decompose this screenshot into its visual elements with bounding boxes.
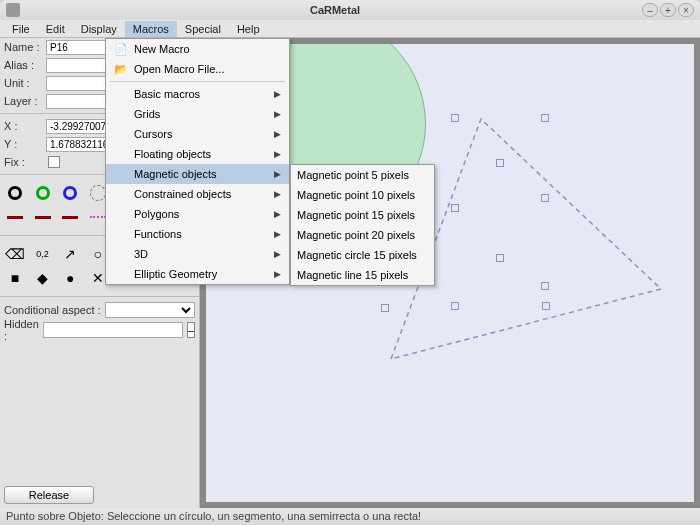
handle[interactable]: [451, 302, 459, 310]
macros-menu: 📄New Macro 📂Open Macro File... Basic mac…: [105, 38, 290, 285]
menu-floating-objects[interactable]: Floating objects▶: [106, 144, 289, 164]
conditional-label: Conditional aspect :: [4, 304, 101, 316]
window-buttons: – + ×: [642, 3, 694, 17]
square-icon[interactable]: ■: [4, 267, 26, 289]
submenu-arrow-icon: ▶: [250, 169, 281, 179]
menu-special[interactable]: Special: [177, 21, 229, 37]
new-macro-icon: 📄: [112, 43, 130, 56]
menu-file[interactable]: File: [4, 21, 38, 37]
titlebar: CaRMetal – + ×: [0, 0, 700, 20]
submenu-arrow-icon: ▶: [250, 269, 281, 279]
circle-black-icon[interactable]: [4, 182, 26, 204]
menu-grids[interactable]: Grids▶: [106, 104, 289, 124]
handle[interactable]: [381, 304, 389, 312]
handle[interactable]: [496, 254, 504, 262]
menu-cursors[interactable]: Cursors▶: [106, 124, 289, 144]
circle-blue-icon[interactable]: [59, 182, 81, 204]
submenu-magnetic-circle-15[interactable]: Magnetic circle 15 pixels: [291, 245, 434, 265]
line-solid-icon[interactable]: [4, 206, 26, 228]
submenu-arrow-icon: ▶: [250, 89, 281, 99]
submenu-magnetic-line-15[interactable]: Magnetic line 15 pixels: [291, 265, 434, 285]
dot-icon[interactable]: ●: [59, 267, 81, 289]
precision-icon[interactable]: 0,2: [32, 243, 54, 265]
handle[interactable]: [541, 194, 549, 202]
handle[interactable]: [541, 114, 549, 122]
menu-functions[interactable]: Functions▶: [106, 224, 289, 244]
handle[interactable]: [496, 159, 504, 167]
menu-new-macro[interactable]: 📄New Macro: [106, 39, 289, 59]
open-macro-icon: 📂: [112, 63, 130, 76]
alias-label: Alias :: [4, 59, 46, 71]
handle[interactable]: [542, 302, 550, 310]
menu-help[interactable]: Help: [229, 21, 268, 37]
submenu-arrow-icon: ▶: [250, 189, 281, 199]
submenu-arrow-icon: ▶: [250, 129, 281, 139]
submenu-arrow-icon: ▶: [250, 149, 281, 159]
hidden-input[interactable]: [43, 322, 183, 338]
submenu-arrow-icon: ▶: [250, 229, 281, 239]
eraser-icon[interactable]: ⌫: [4, 243, 26, 265]
line-green-icon[interactable]: [32, 206, 54, 228]
menu-3d[interactable]: 3D▶: [106, 244, 289, 264]
menu-macros[interactable]: Macros: [125, 21, 177, 37]
diamond-icon[interactable]: ◆: [32, 267, 54, 289]
menu-elliptic-geometry[interactable]: Elliptic Geometry▶: [106, 264, 289, 284]
name-label: Name :: [4, 41, 46, 53]
submenu-magnetic-point-15[interactable]: Magnetic point 15 pixels: [291, 205, 434, 225]
submenu-arrow-icon: ▶: [250, 209, 281, 219]
submenu-magnetic-point-20[interactable]: Magnetic point 20 pixels: [291, 225, 434, 245]
submenu-arrow-icon: ▶: [250, 249, 281, 259]
handle[interactable]: [541, 282, 549, 290]
fix-checkbox[interactable]: [48, 156, 60, 168]
handle[interactable]: [451, 204, 459, 212]
menu-polygons[interactable]: Polygons▶: [106, 204, 289, 224]
statusbar: Punto sobre Objeto: Seleccione un círcul…: [0, 508, 700, 525]
arrow-icon[interactable]: ↗: [59, 243, 81, 265]
maximize-button[interactable]: +: [660, 3, 676, 17]
hidden-label: Hidden :: [4, 318, 39, 342]
layer-label: Layer :: [4, 95, 46, 107]
menu-display[interactable]: Display: [73, 21, 125, 37]
app-title: CaRMetal: [28, 4, 642, 16]
submenu-magnetic-point-5[interactable]: Magnetic point 5 pixels: [291, 165, 434, 185]
status-text: Punto sobre Objeto: Seleccione un círcul…: [6, 510, 421, 522]
y-label: Y :: [4, 138, 46, 150]
hidden-toggle[interactable]: –: [187, 322, 195, 338]
close-button[interactable]: ×: [678, 3, 694, 17]
release-label: Release: [29, 489, 69, 501]
unit-label: Unit :: [4, 77, 46, 89]
menu-constrained-objects[interactable]: Constrained objects▶: [106, 184, 289, 204]
menu-edit[interactable]: Edit: [38, 21, 73, 37]
submenu-magnetic-point-10[interactable]: Magnetic point 10 pixels: [291, 185, 434, 205]
app-icon: [6, 3, 20, 17]
fix-label: Fix :: [4, 156, 46, 168]
handle[interactable]: [451, 114, 459, 122]
conditional-select[interactable]: [105, 302, 195, 318]
line-blue-icon[interactable]: [59, 206, 81, 228]
menu-basic-macros[interactable]: Basic macros▶: [106, 84, 289, 104]
submenu-arrow-icon: ▶: [250, 109, 281, 119]
menubar: File Edit Display Macros Special Help: [0, 20, 700, 38]
release-button[interactable]: Release: [4, 486, 94, 504]
menu-magnetic-objects[interactable]: Magnetic objects▶: [106, 164, 289, 184]
x-label: X :: [4, 120, 46, 132]
circle-green-icon[interactable]: [32, 182, 54, 204]
minimize-button[interactable]: –: [642, 3, 658, 17]
magnetic-submenu: Magnetic point 5 pixels Magnetic point 1…: [290, 164, 435, 286]
menu-open-macro[interactable]: 📂Open Macro File...: [106, 59, 289, 79]
